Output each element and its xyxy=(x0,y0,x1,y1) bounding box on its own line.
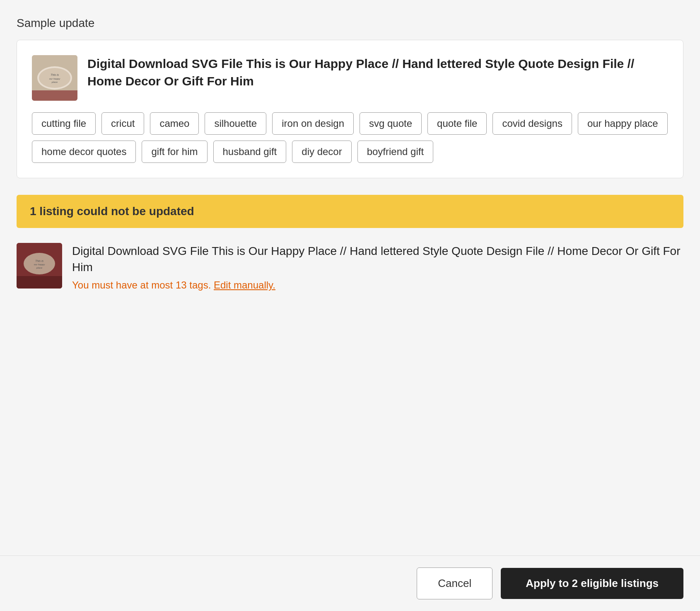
svg-text:place: place xyxy=(36,267,43,269)
tag-pill: iron on design xyxy=(272,112,354,135)
tag-pill: diy decor xyxy=(292,141,351,163)
tag-pill: home decor quotes xyxy=(32,141,136,163)
apply-button[interactable]: Apply to 2 eligible listings xyxy=(501,568,683,599)
warning-text: 1 listing could not be updated xyxy=(30,205,194,218)
svg-text:our happy: our happy xyxy=(49,78,61,80)
footer-bar: Cancel Apply to 2 eligible listings xyxy=(0,555,700,611)
tag-pill: boyfriend gift xyxy=(357,141,433,163)
error-listing-section: This is our happy place Digital Download… xyxy=(17,243,683,308)
svg-text:our happy: our happy xyxy=(34,263,46,266)
tag-pill: svg quote xyxy=(360,112,422,135)
edit-manually-link[interactable]: Edit manually. xyxy=(214,279,275,291)
tag-pill: our happy place xyxy=(578,112,668,135)
listing-thumbnail: This is our happy place xyxy=(32,55,77,101)
listing-header: This is our happy place Digital Download… xyxy=(32,55,668,101)
error-message: You must have at most 13 tags. Edit manu… xyxy=(72,279,683,291)
error-message-text: You must have at most 13 tags. xyxy=(72,279,211,291)
error-listing-title: Digital Download SVG File This is Our Ha… xyxy=(72,243,683,275)
svg-text:This is: This is xyxy=(35,259,44,262)
tag-pill: silhouette xyxy=(205,112,266,135)
svg-rect-6 xyxy=(32,90,77,101)
tag-pill: cameo xyxy=(150,112,199,135)
warning-banner: 1 listing could not be updated xyxy=(17,195,683,228)
tag-pill: covid designs xyxy=(492,112,572,135)
tag-pill: gift for him xyxy=(142,141,207,163)
section-label: Sample update xyxy=(17,17,683,30)
tags-container: cutting filecricutcameosilhouetteiron on… xyxy=(32,112,668,163)
cancel-button[interactable]: Cancel xyxy=(417,567,492,599)
tag-pill: cricut xyxy=(101,112,144,135)
svg-text:place: place xyxy=(51,81,58,83)
sample-card: This is our happy place Digital Download… xyxy=(17,40,683,178)
listing-title: Digital Download SVG File This is Our Ha… xyxy=(87,55,668,90)
error-listing-info: Digital Download SVG File This is Our Ha… xyxy=(72,243,683,291)
tag-pill: husband gift xyxy=(213,141,287,163)
tag-pill: cutting file xyxy=(32,112,96,135)
svg-rect-12 xyxy=(17,276,62,289)
svg-text:This is: This is xyxy=(51,73,59,76)
error-listing-thumbnail: This is our happy place xyxy=(17,243,62,289)
tag-pill: quote file xyxy=(427,112,487,135)
